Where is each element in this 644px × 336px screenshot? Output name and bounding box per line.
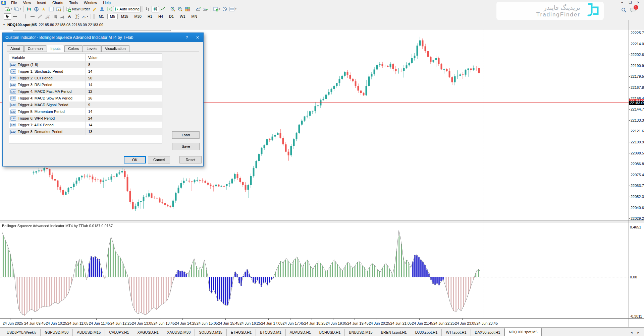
menu-help[interactable]: Help [100,0,114,5]
period-clock-button[interactable] [221,6,228,12]
tab-scroll-right-button[interactable]: ▸ [637,330,641,334]
save-button[interactable]: Save [172,143,200,150]
ok-button[interactable]: OK [124,156,146,163]
minimize-button[interactable]: − [619,1,626,5]
dialog-close-button[interactable]: ✕ [195,35,201,40]
table-row[interactable]: 123Trigger 4: MACD Slow MA Period26 [9,95,162,102]
table-row[interactable]: 123Trigger 4: MACD Signal Period9 [9,102,162,108]
value-cell[interactable]: 9 [86,103,90,107]
market-watch-button[interactable] [25,6,33,12]
dialog-tab-levels[interactable]: Levels [83,45,101,52]
chat-icon[interactable]: 1 [630,7,636,13]
community-button[interactable] [98,6,106,12]
templates-button[interactable]: ▾ [212,6,221,12]
value-cell[interactable]: 14 [86,123,92,127]
timeframe-m1[interactable]: M1 [96,14,107,19]
new-chart-button[interactable]: ▾ [4,6,13,12]
close-button[interactable]: ✕ [635,1,642,5]
crosshair-tool-button[interactable] [11,13,18,20]
dialog-tab-about[interactable]: About [7,45,24,52]
menu-view[interactable]: View [20,0,34,5]
chart-shift-button[interactable] [195,6,202,12]
symbol-tab-ethusd-h1[interactable]: ETHUSD,H1 [227,329,256,336]
autotrading-button[interactable]: AutoTrading [113,6,141,12]
dialog-tab-inputs[interactable]: Inputs [47,45,64,52]
chart-menu-triangle-icon[interactable]: ▼ [3,23,5,26]
dialog-title-bar[interactable]: Custom Indicator - Bollinger Squeeze Adv… [3,33,203,42]
timeframe-h1[interactable]: H1 [145,14,155,19]
value-cell[interactable]: 50 [86,76,92,80]
menu-charts[interactable]: Charts [49,0,66,5]
candlestick-style-button[interactable] [152,6,159,12]
table-row[interactable]: 123Trigger 1: Stochastic Period14 [9,68,162,75]
restore-button[interactable]: ❐ [627,1,634,5]
signals-button[interactable] [106,6,113,12]
horizontal-line-tool-button[interactable] [29,13,36,20]
symbol-tab-solusd-m15[interactable]: SOLUSD,M15 [195,329,227,336]
symbol-tab-btcusd-m1[interactable]: BTCUSD,M1 [256,329,286,336]
symbol-tab-xauusd-m30[interactable]: XAUUSD,M30 [163,329,195,336]
channel-tool-button[interactable]: E [44,13,51,20]
panel-splitter[interactable] [0,220,644,223]
timeframe-w1[interactable]: W1 [177,14,188,19]
new-order-button[interactable]: New Order [65,6,91,12]
bar-chart-style-button[interactable] [144,6,152,12]
table-row[interactable]: 123Trigger 4: MACD Fast MA Period12 [9,88,162,95]
value-cell[interactable]: 14 [86,69,92,73]
navigator-button[interactable] [47,6,55,12]
inputs-table[interactable]: Variable Value 123Trigger (1-8)8123Trigg… [9,54,162,143]
table-row[interactable]: 123Trigger 6: WPR Period24 [9,115,162,122]
terminal-button[interactable] [55,6,62,12]
timeframe-mn[interactable]: MN [189,14,200,19]
fibonacci-fan-tool-button[interactable]: F [58,13,66,20]
table-row[interactable]: 123Trigger 5: Momentum Period14 [9,108,162,115]
table-row[interactable]: 123Trigger 3: RSI Period14 [9,81,162,88]
symbol-tab-dax30-spot-h1[interactable]: DAX30.spot,H1 [471,329,505,336]
search-icon[interactable] [621,7,627,13]
table-row[interactable]: 123Trigger 8: Demarker Period13 [9,128,162,135]
menu-insert[interactable]: Insert [34,0,49,5]
cursor-tool-button[interactable] [4,13,11,20]
crosshair-window-button[interactable] [33,6,40,12]
table-row[interactable]: 123Trigger 2: CCI Period50 [9,75,162,81]
toolbar-grip[interactable] [1,6,3,12]
dialog-help-button[interactable]: ? [184,35,190,40]
toolbar-grip[interactable] [93,14,95,19]
menu-window[interactable]: Window [81,0,100,5]
dialog-tab-common[interactable]: Common [24,45,47,52]
symbol-tab-bnbusd-m15[interactable]: BNBUSD,M15 [345,329,377,336]
timeframe-h4[interactable]: H4 [156,14,166,19]
metaeditor-button[interactable] [91,6,98,12]
trendline-tool-button[interactable] [36,13,44,20]
value-cell[interactable]: 14 [86,110,92,114]
line-chart-style-button[interactable] [159,6,166,12]
timeframe-d1[interactable]: D1 [166,14,176,19]
tab-scroll-left-button[interactable]: ◂ [631,330,635,334]
timeframe-m30[interactable]: M30 [131,14,144,19]
indicator-subwindow[interactable]: Bollinger Squeeze Advanced Indicator MT4… [0,223,644,318]
menu-file[interactable]: File [8,0,20,5]
timeframe-m5[interactable]: M5 [107,14,118,19]
symbol-tab-usdjpyb-weekly[interactable]: USDJPYb,Weekly [3,329,41,336]
value-cell[interactable]: 13 [86,130,92,134]
indicators-list-button[interactable]: ▾ [228,6,237,12]
symbol-tab-audusd-m15[interactable]: AUDUSD,M15 [73,329,105,336]
symbol-tab-cadjpy-h1[interactable]: CADJPY,H1 [105,329,133,336]
value-cell[interactable]: 26 [86,96,92,100]
text-tool-button[interactable]: A [66,13,73,20]
fibonacci-tool-button[interactable]: F [51,13,58,20]
tile-windows-button[interactable] [184,6,192,12]
dialog-tab-colors[interactable]: Colors [64,45,83,52]
arrows-tool-button[interactable]: ▾ [80,13,89,20]
value-cell[interactable]: 8 [86,63,90,67]
cancel-button[interactable]: Cancel [148,156,170,163]
symbol-tab-dj30-spot-h1[interactable]: DJ30.spot,H1 [411,329,442,336]
favorites-button[interactable]: ★ [40,6,47,12]
toolbar-grip[interactable] [142,6,143,12]
symbol-tab-xagusd-h1[interactable]: XAGUSD,H1 [133,329,163,336]
symbol-tab-bchusd-h1[interactable]: BCHUSD,H1 [315,329,345,336]
symbol-tab-wti-spot-h1[interactable]: WTI.spot,H1 [442,329,471,336]
auto-scroll-button[interactable] [202,6,209,12]
zoom-in-button[interactable] [169,6,177,12]
symbol-tab-ndq100-spot-m5[interactable]: NDQ100.spot,M5 [504,328,542,336]
